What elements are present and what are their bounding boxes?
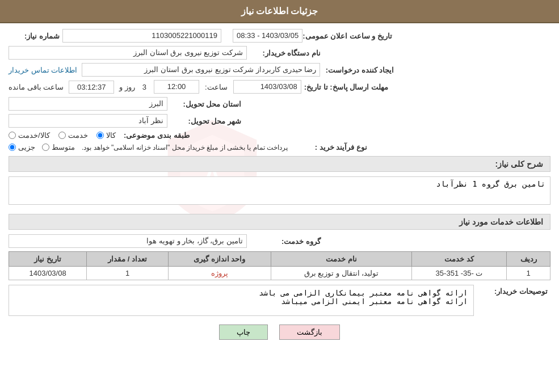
buyer-notes-label: توصیحات خریدار: xyxy=(474,285,548,296)
col-name: نام خدمت xyxy=(271,252,411,267)
province-label: استان محل تحویل: xyxy=(167,100,241,108)
deadline-time-label: ساعت: xyxy=(205,83,228,91)
announce-value: 1403/03/05 - 08:33 xyxy=(233,29,302,43)
cell-count: 1 xyxy=(87,267,169,280)
deadline-date: 1403/03/08 xyxy=(233,80,301,94)
buyer-org-value: شرکت توزیع نیروی برق استان البرز xyxy=(9,46,247,60)
bottom-buttons: بازگشت چاپ xyxy=(9,324,550,348)
content-area: A تاریخ و ساعت اعلان عمومی: 1403/03/05 -… xyxy=(0,23,559,354)
category-option-khedmat: خدمت xyxy=(58,131,88,140)
deadline-time: 12:00 xyxy=(154,80,199,94)
buyer-org-label: نام دستگاه خریدار: xyxy=(247,49,321,57)
table-row: 1 ت -35- 351-35 تولید، انتقال و توزیع بر… xyxy=(9,267,550,280)
summary-textarea[interactable] xyxy=(9,176,550,205)
order-number-value: 1103005221000119 xyxy=(62,29,221,43)
service-group-value: تامین برق، گاز، بخار و تهویه هوا xyxy=(9,234,247,248)
process-row: نوع فرآیند خرید : پرداخت تمام یا بخشی از… xyxy=(9,143,550,151)
col-code: کد خدمت xyxy=(412,252,507,267)
summary-content-row xyxy=(9,176,550,209)
category-label: طبقه بندی موضوعی: xyxy=(116,131,190,140)
print-button[interactable]: چاپ xyxy=(219,324,268,340)
form-content: تاریخ و ساعت اعلان عمومی: 1403/03/05 - 0… xyxy=(9,29,550,348)
city-row: شهر محل تحویل: نظر آباد xyxy=(9,114,550,128)
process-option-jozi: جزیی xyxy=(9,143,35,151)
creator-row: ایجاد کننده درخواست: رضا حیدری کاربرداز … xyxy=(9,63,550,77)
buyer-notes-textarea[interactable] xyxy=(9,285,474,316)
cell-unit: پروژه xyxy=(168,267,271,280)
order-announce-row: تاریخ و ساعت اعلان عمومی: 1403/03/05 - 0… xyxy=(9,29,550,43)
contact-link[interactable]: اطلاعات تماس خریدار xyxy=(9,66,77,74)
deadline-label: مهلت ارسال پاسخ: تا تاریخ: xyxy=(304,83,388,91)
page-header: جزئیات اطلاعات نیاز xyxy=(0,0,559,23)
summary-title: شرح کلی نیاز: xyxy=(9,156,550,172)
province-row: استان محل تحویل: البرز xyxy=(9,97,550,111)
city-label: شهر محل تحویل: xyxy=(167,117,241,125)
summary-section: شرح کلی نیاز: xyxy=(9,156,550,209)
process-label-jozi: جزیی xyxy=(18,143,35,151)
category-option-kala: کالا xyxy=(96,131,116,140)
process-radio-mutawaset[interactable] xyxy=(42,144,49,151)
process-radio-group: پرداخت تمام یا بخشی از مبلغ خریداز محل "… xyxy=(9,143,288,151)
cell-name: تولید، انتقال و توزیع برق xyxy=(271,267,411,280)
process-label: نوع فرآیند خرید : xyxy=(293,143,367,151)
category-label-khedmat: خدمت xyxy=(68,131,88,140)
remaining-time-label: ساعت باقی مانده xyxy=(9,83,64,91)
process-option-mutawaset: متوسط xyxy=(42,143,75,151)
buyer-org-row: نام دستگاه خریدار: شرکت توزیع نیروی برق … xyxy=(9,46,550,60)
col-count: تعداد / مقدار xyxy=(87,252,169,267)
category-label-kala-khedmat: کالا/خدمت xyxy=(18,131,50,140)
remaining-days-label: روز و xyxy=(119,83,135,91)
city-value: نظر آباد xyxy=(9,114,167,128)
process-label-mutawaset: متوسط xyxy=(52,143,75,151)
col-row-num: ردیف xyxy=(507,252,550,267)
category-radio-khedmat[interactable] xyxy=(58,132,66,139)
cell-date: 1403/03/08 xyxy=(9,267,87,280)
service-table: ردیف کد خدمت نام خدمت واحد اندازه گیری ت… xyxy=(9,251,550,280)
category-option-kala-khedmat: کالا/خدمت xyxy=(9,131,50,140)
category-radio-kala[interactable] xyxy=(96,132,104,139)
remaining-days: 3 xyxy=(142,83,146,91)
back-button[interactable]: بازگشت xyxy=(279,324,340,340)
page-title: جزئیات اطلاعات نیاز xyxy=(241,6,318,16)
services-title: اطلاعات خدمات مورد نیاز xyxy=(9,214,550,230)
creator-label: ایجاد کننده درخواست: xyxy=(320,66,394,74)
announce-label: تاریخ و ساعت اعلان عمومی: xyxy=(302,32,392,40)
process-radio-jozi[interactable] xyxy=(9,144,16,151)
col-unit: واحد اندازه گیری xyxy=(168,252,271,267)
col-date: تاریخ نیاز xyxy=(9,252,87,267)
category-row: طبقه بندی موضوعی: کالا/خدمت خدمت کالا xyxy=(9,131,550,140)
cell-row-num: 1 xyxy=(507,267,550,280)
buyer-notes-section: توصیحات خریدار: xyxy=(9,285,550,316)
process-note: پرداخت تمام یا بخشی از مبلغ خریداز محل "… xyxy=(82,144,288,151)
category-radio-kala-khedmat[interactable] xyxy=(9,132,16,139)
service-group-row: گروه خدمت: تامین برق، گاز، بخار و تهویه … xyxy=(9,234,550,248)
cell-code: ت -35- 351-35 xyxy=(412,267,507,280)
service-group-label: گروه خدمت: xyxy=(247,237,321,246)
province-value: البرز xyxy=(9,97,167,111)
deadline-row: مهلت ارسال پاسخ: تا تاریخ: 1403/03/08 سا… xyxy=(9,80,550,94)
creator-value: رضا حیدری کاربرداز شرکت توزیع نیروی برق … xyxy=(82,63,320,77)
category-radio-group: کالا/خدمت خدمت کالا xyxy=(9,131,116,140)
order-number-label: شماره نیاز: xyxy=(9,32,60,40)
remaining-time: 03:12:37 xyxy=(69,81,114,94)
category-label-kala: کالا xyxy=(106,131,116,140)
page-container: جزئیات اطلاعات نیاز A تاریخ و ساعت اعلان… xyxy=(0,0,559,392)
